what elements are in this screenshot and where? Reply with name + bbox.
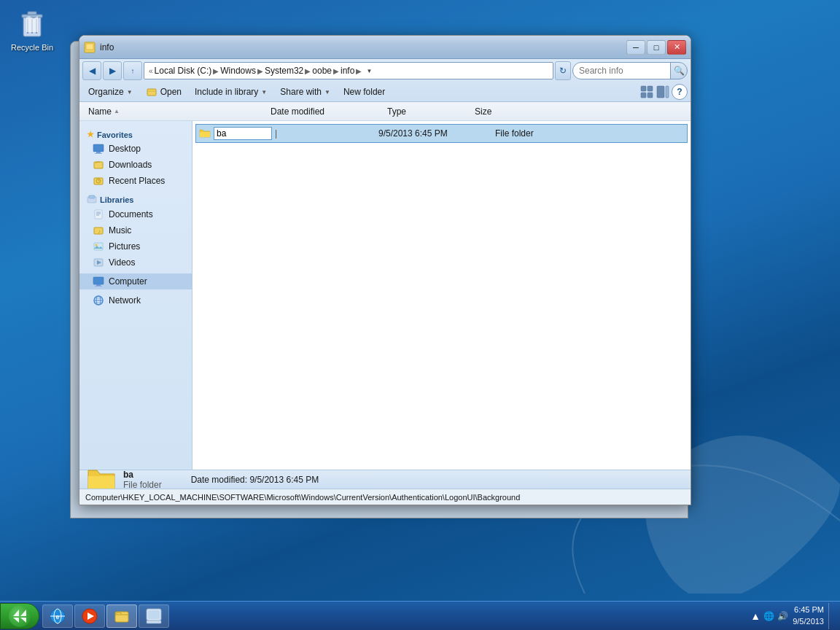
computer-section: Computer <box>79 273 192 289</box>
name-sort-arrow: ▲ <box>114 108 120 114</box>
open-menu[interactable]: Open <box>140 85 187 99</box>
include-library-menu[interactable]: Include in library ▼ <box>189 85 273 98</box>
new-folder-button[interactable]: New folder <box>338 85 391 98</box>
taskbar-explorer-button[interactable] <box>106 604 137 628</box>
close-button[interactable]: ✕ <box>667 40 686 55</box>
start-orb <box>9 605 31 627</box>
file-rename-input[interactable] <box>214 127 272 140</box>
title-bar: info ─ □ ✕ <box>79 36 691 59</box>
tray-icons: ▲ 🌐 🔊 <box>750 610 788 622</box>
path-windows[interactable]: Windows <box>220 66 256 76</box>
sound-tray-icon[interactable]: 🔊 <box>777 611 788 621</box>
refresh-button[interactable]: ↻ <box>555 61 571 80</box>
status-info: ba File folder <box>123 470 162 490</box>
minimize-button[interactable]: ─ <box>626 40 645 55</box>
name-column-header[interactable]: Name ▲ <box>82 105 265 118</box>
pictures-icon <box>93 241 104 252</box>
computer-icon <box>93 276 104 287</box>
sidebar-item-network[interactable]: Network <box>79 292 192 308</box>
svg-rect-9 <box>641 86 646 91</box>
sidebar: ★ Favorites Desktop <box>79 121 192 470</box>
wmp-icon <box>81 607 98 625</box>
sidebar-item-computer[interactable]: Computer <box>79 273 192 289</box>
svg-rect-16 <box>96 152 101 153</box>
table-row[interactable]: | 9/5/2013 6:45 PM File folder <box>195 124 688 143</box>
sidebar-item-downloads[interactable]: Downloads <box>79 157 192 173</box>
path-system32[interactable]: System32 <box>265 66 303 76</box>
search-input[interactable] <box>572 62 682 79</box>
recent-places-icon <box>93 175 104 187</box>
include-library-arrow: ▼ <box>261 89 267 96</box>
path-info[interactable]: info <box>341 66 354 76</box>
size-column-header[interactable]: Size <box>469 105 527 118</box>
network-tray-icon[interactable]: 🌐 <box>763 611 774 621</box>
recycle-bin-label: Recycle Bin <box>11 43 53 52</box>
path-local-disk[interactable]: Local Disk (C:) <box>155 66 212 76</box>
sidebar-item-recent-places[interactable]: Recent Places <box>79 173 192 189</box>
svg-text:e: e <box>55 613 59 621</box>
status-bar: ba File folder Date modified: 9/5/2013 6… <box>79 470 691 489</box>
details-pane-button[interactable] <box>656 85 670 99</box>
menu-bar: Organize ▼ Open Include in library ▼ Sha… <box>79 82 691 101</box>
show-desktop-button[interactable] <box>828 603 834 629</box>
explorer-window: info ─ □ ✕ ◀ ▶ ↑ « <box>79 35 691 505</box>
path-oobe[interactable]: oobe <box>312 66 332 76</box>
up-button[interactable]: ↑ <box>123 61 142 80</box>
cursor-indicator: | <box>275 128 277 139</box>
favorites-star-icon: ★ <box>87 130 94 139</box>
file-type: File folder <box>495 128 583 139</box>
type-column-header[interactable]: Type <box>381 105 469 118</box>
share-with-menu[interactable]: Share with ▼ <box>274 85 336 98</box>
sidebar-item-desktop[interactable]: Desktop <box>79 141 192 157</box>
search-button[interactable]: 🔍 <box>670 62 688 79</box>
content-area: ★ Favorites Desktop <box>79 121 691 470</box>
path-dropdown[interactable]: ▼ <box>363 65 375 77</box>
open-label: Open <box>160 87 182 97</box>
libraries-section: Libraries Documents <box>79 192 192 271</box>
svg-rect-14 <box>666 86 669 98</box>
status-date-info: Date modified: 9/5/2013 6:45 PM <box>191 475 319 485</box>
paint-icon <box>145 607 163 625</box>
network-section: Network <box>79 292 192 308</box>
libraries-section-title: Libraries <box>79 192 192 206</box>
sidebar-item-videos[interactable]: Videos <box>79 254 192 271</box>
share-with-label: Share with <box>280 87 322 97</box>
include-library-label: Include in library <box>195 87 258 97</box>
title-bar-buttons: ─ □ ✕ <box>626 40 686 55</box>
date-column-header[interactable]: Date modified <box>265 105 381 118</box>
new-folder-label: New folder <box>343 87 385 97</box>
maximize-button[interactable]: □ <box>647 40 666 55</box>
ie-icon: e <box>49 607 66 625</box>
svg-rect-1 <box>22 15 42 18</box>
organize-menu[interactable]: Organize ▼ <box>82 85 139 98</box>
view-options-button[interactable] <box>639 85 654 99</box>
sidebar-item-music[interactable]: ♪ Music <box>79 222 192 238</box>
taskbar-clock[interactable]: 6:45 PM 9/5/2013 <box>793 604 824 627</box>
svg-rect-35 <box>93 277 104 284</box>
file-list[interactable]: | 9/5/2013 6:45 PM File folder <box>192 121 691 470</box>
forward-button[interactable]: ▶ <box>103 61 122 80</box>
start-button[interactable] <box>0 603 39 629</box>
taskbar-paint-button[interactable] <box>139 604 169 628</box>
details-pane-icon <box>656 85 669 98</box>
status-date-label: Date modified: <box>191 475 247 485</box>
close-icon: ✕ <box>674 42 680 52</box>
taskbar-items: e <box>42 602 744 630</box>
address-path[interactable]: « Local Disk (C:) ▶ Windows ▶ System32 ▶… <box>144 62 553 79</box>
taskbar-ie-button[interactable]: e <box>42 604 73 628</box>
help-button[interactable]: ? <box>672 84 688 100</box>
tray-arrow-icon[interactable]: ▲ <box>750 610 761 622</box>
svg-rect-11 <box>641 93 646 98</box>
sidebar-item-documents[interactable]: Documents <box>79 206 192 222</box>
taskbar-wmp-button[interactable] <box>74 604 105 628</box>
back-button[interactable]: ◀ <box>82 61 101 80</box>
address-bar: ◀ ▶ ↑ « Local Disk (C:) ▶ Windows ▶ Syst… <box>79 59 691 82</box>
svg-rect-36 <box>96 284 101 286</box>
clock-date: 9/5/2013 <box>793 616 824 627</box>
svg-rect-51 <box>148 610 160 619</box>
svg-rect-13 <box>657 86 664 98</box>
sidebar-item-pictures[interactable]: Pictures <box>79 238 192 254</box>
svg-rect-15 <box>93 144 104 152</box>
recycle-bin-icon[interactable]: Recycle Bin <box>6 6 58 52</box>
minimize-icon: ─ <box>633 43 639 52</box>
